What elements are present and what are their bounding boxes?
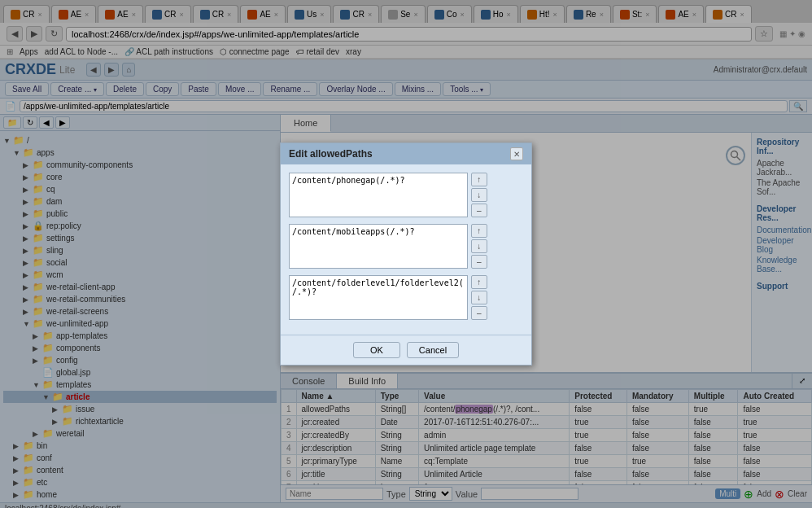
modal-overlay: Edit allowedPaths ✕ /content/phonegap(/.…	[0, 0, 812, 508]
modal-entry-1: /content/phonegap(/.*)? ↑ ↓ –	[289, 173, 523, 217]
entry-3-buttons: ↑ ↓ –	[471, 275, 487, 320]
modal-cancel-button[interactable]: Cancel	[407, 342, 459, 358]
entry-1-remove-button[interactable]: –	[471, 204, 487, 217]
entry-3-down-button[interactable]: ↓	[471, 291, 487, 304]
entry-2-textarea[interactable]: /content/mobileapps(/.*)?	[289, 224, 468, 269]
modal-body: /content/phonegap(/.*)? ↑ ↓ – /content/m…	[281, 164, 531, 335]
modal-close-button[interactable]: ✕	[510, 147, 523, 160]
modal-entry-3: /content/folderlevel1/folderlevel2(/.*)?…	[289, 275, 523, 320]
entry-3-up-button[interactable]: ↑	[471, 275, 487, 289]
modal-title-bar: Edit allowedPaths ✕	[281, 143, 531, 164]
edit-allowed-paths-modal: Edit allowedPaths ✕ /content/phonegap(/.…	[280, 142, 532, 366]
entry-1-up-button[interactable]: ↑	[471, 173, 487, 186]
entry-1-buttons: ↑ ↓ –	[471, 173, 487, 217]
entry-2-up-button[interactable]: ↑	[471, 224, 487, 238]
entry-2-buttons: ↑ ↓ –	[471, 224, 487, 269]
modal-title: Edit allowedPaths	[289, 148, 373, 160]
entry-1-down-button[interactable]: ↓	[471, 188, 487, 202]
entry-3-textarea[interactable]: /content/folderlevel1/folderlevel2(/.*)?	[289, 275, 468, 320]
modal-footer: OK Cancel	[281, 335, 531, 365]
modal-entry-2: /content/mobileapps(/.*)? ↑ ↓ –	[289, 224, 523, 269]
entry-2-down-button[interactable]: ↓	[471, 239, 487, 253]
entry-1-textarea[interactable]: /content/phonegap(/.*)?	[289, 173, 468, 217]
entry-2-remove-button[interactable]: –	[471, 255, 487, 269]
entry-3-remove-button[interactable]: –	[471, 306, 487, 320]
modal-ok-button[interactable]: OK	[353, 342, 400, 358]
